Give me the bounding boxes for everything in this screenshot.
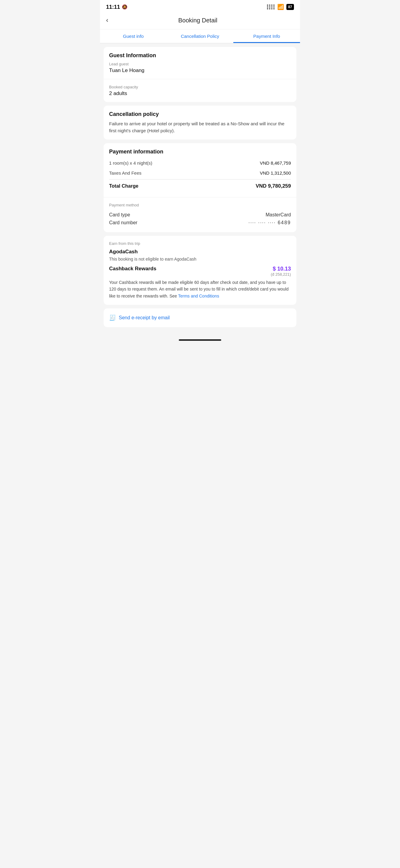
tab-guest-info[interactable]: Guest info xyxy=(100,29,167,43)
receipt-icon: 🧾 xyxy=(109,314,116,321)
cashback-note: Your Cashback rewards will be made eligi… xyxy=(109,279,291,299)
send-receipt-button[interactable]: Send e-receipt by email xyxy=(119,315,170,320)
card-number-label: Card number xyxy=(109,220,137,225)
mute-icon: 🔕 xyxy=(122,4,127,10)
lead-guest-value: Tuan Le Hoang xyxy=(109,67,291,73)
agodacash-title: AgodaCash xyxy=(109,249,291,255)
room-charge-row: 1 room(s) x 4 night(s) VND 8,467,759 xyxy=(109,158,291,168)
content-area: Guest Information Lead guest Tuan Le Hoa… xyxy=(100,43,300,334)
grid-icon xyxy=(267,4,275,9)
cancellation-policy-card: Cancellation policy Failure to arrive at… xyxy=(104,105,296,140)
wifi-icon: 📶 xyxy=(277,4,284,10)
home-indicator xyxy=(100,334,300,343)
card-type-value: MasterCard xyxy=(265,212,291,218)
tab-cancellation-policy[interactable]: Cancellation Policy xyxy=(167,29,233,43)
terms-link[interactable]: Terms and Conditions xyxy=(178,293,219,299)
send-receipt-section[interactable]: 🧾 Send e-receipt by email xyxy=(104,308,296,327)
cancellation-policy-text: Failure to arrive at your hotel or prope… xyxy=(109,120,291,134)
tax-row: Taxes And Fees VND 1,312,500 xyxy=(109,168,291,178)
header: ‹ Booking Detail xyxy=(100,13,300,29)
home-bar xyxy=(179,339,221,341)
payment-method-section: Payment method Card type MasterCard Card… xyxy=(104,197,296,232)
card-number-value: ···· ···· ···· 6489 xyxy=(249,220,291,225)
earn-section-card: Earn from this trip AgodaCash This booki… xyxy=(104,236,296,305)
status-icons: 📶 87 xyxy=(267,4,294,10)
total-amount: VND 9,780,259 xyxy=(256,183,291,189)
agodacash-desc: This booking is not eligible to earn Ago… xyxy=(109,257,291,261)
cancellation-policy-section: Cancellation policy Failure to arrive at… xyxy=(104,105,296,140)
tax-label: Taxes And Fees xyxy=(109,170,142,176)
cashback-amount-block: $ 10.13 (đ 258,221) xyxy=(271,266,291,277)
cancellation-policy-title: Cancellation policy xyxy=(109,111,291,117)
payment-method-label: Payment method xyxy=(109,203,291,207)
battery-indicator: 87 xyxy=(286,4,294,10)
cashback-row: Cashback Rewards $ 10.13 (đ 258,221) xyxy=(109,266,291,277)
guest-info-title: Guest Information xyxy=(109,52,291,59)
status-bar: 11:11 🔕 📶 87 xyxy=(100,0,300,13)
earn-from-trip-label: Earn from this trip xyxy=(109,241,291,246)
booked-capacity-label: Booked capacity xyxy=(109,85,291,89)
status-time: 11:11 xyxy=(106,4,120,10)
cashback-vnd: (đ 258,221) xyxy=(271,272,291,277)
lead-guest-label: Lead guest xyxy=(109,62,291,66)
total-charge-row: Total Charge VND 9,780,259 xyxy=(109,179,291,192)
tab-bar: Guest info Cancellation Policy Payment I… xyxy=(100,29,300,43)
room-charge-label: 1 room(s) x 4 night(s) xyxy=(109,160,152,165)
payment-information-title: Payment information xyxy=(109,149,291,155)
page-title: Booking Detail xyxy=(113,17,282,24)
room-charge-amount: VND 8,467,759 xyxy=(260,160,291,165)
payment-information-section: Payment information 1 room(s) x 4 night(… xyxy=(104,143,296,197)
tab-payment-info[interactable]: Payment Info xyxy=(233,29,300,43)
total-label: Total Charge xyxy=(109,183,139,189)
earn-section: Earn from this trip AgodaCash This booki… xyxy=(104,236,296,305)
cashback-usd: $ 10.13 xyxy=(271,266,291,272)
booked-capacity-value: 2 adults xyxy=(109,91,291,97)
cashback-title: Cashback Rewards xyxy=(109,266,156,272)
tax-amount: VND 1,312,500 xyxy=(260,170,291,176)
payment-information-card: Payment information 1 room(s) x 4 night(… xyxy=(104,143,296,232)
guest-info-card: Guest Information Lead guest Tuan Le Hoa… xyxy=(104,47,296,102)
card-number-row: Card number ···· ···· ···· 6489 xyxy=(109,219,291,227)
card-type-label: Card type xyxy=(109,212,130,218)
back-button[interactable]: ‹ xyxy=(106,17,108,24)
card-type-row: Card type MasterCard xyxy=(109,211,291,219)
guest-info-section: Guest Information Lead guest Tuan Le Hoa… xyxy=(104,47,296,79)
booked-capacity-section: Booked capacity 2 adults xyxy=(104,79,296,102)
